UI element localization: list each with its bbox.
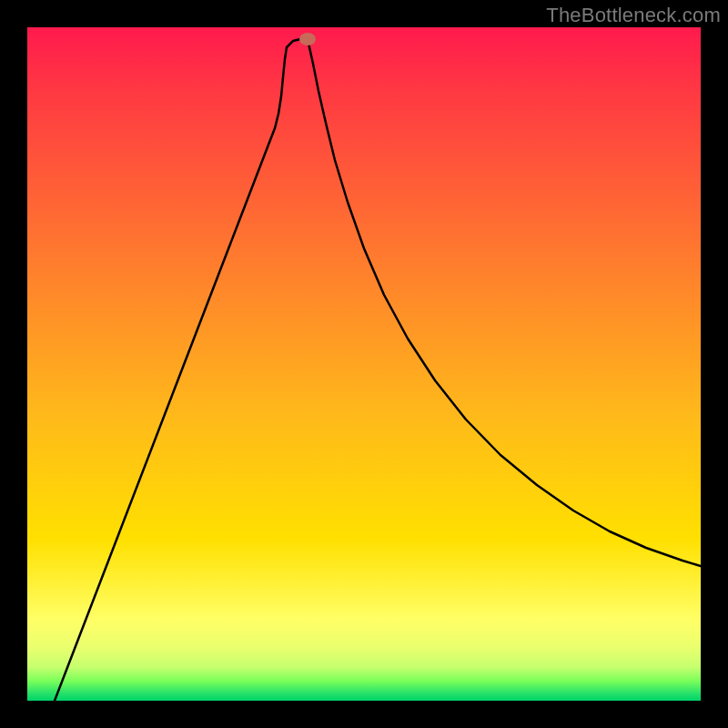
watermark-text: TheBottleneck.com bbox=[546, 4, 721, 27]
marker-min-point bbox=[299, 33, 316, 46]
curve-right-branch bbox=[308, 39, 701, 566]
chart-svg bbox=[27, 27, 701, 701]
chart-plot-area bbox=[27, 27, 701, 701]
chart-stage: TheBottleneck.com bbox=[0, 0, 728, 728]
curve-left-branch bbox=[55, 39, 308, 701]
